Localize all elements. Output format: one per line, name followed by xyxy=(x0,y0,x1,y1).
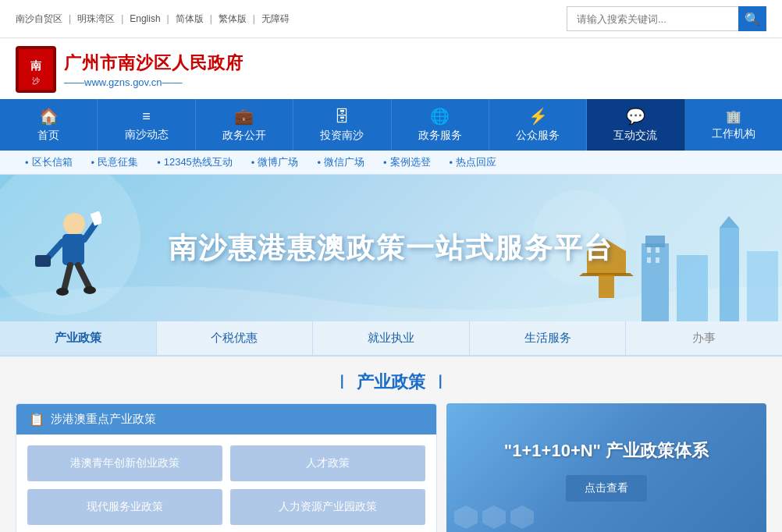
nav-item-gov-open[interactable]: 💼 政务公开 xyxy=(196,99,293,151)
banner-person xyxy=(31,204,101,321)
link-english[interactable]: English xyxy=(130,13,160,24)
nav-label-govservice: 政务服务 xyxy=(418,129,462,143)
link-simplified[interactable]: 简体版 xyxy=(176,12,204,26)
list-icon: ≡ xyxy=(142,108,151,125)
main-nav: 🏠 首页 ≡ 南沙动态 💼 政务公开 🗄 投资南沙 🌐 政务服务 ⚡ 公众服务 … xyxy=(0,99,782,151)
subnav-cases[interactable]: 案例选登 xyxy=(374,155,440,169)
subnav-opinion[interactable]: 民意征集 xyxy=(82,155,148,169)
hex-3 xyxy=(510,505,534,529)
subnav-weibo[interactable]: 微博广场 xyxy=(242,155,308,169)
policy-btn-modern-service[interactable]: 现代服务业政策 xyxy=(27,489,222,525)
nav-label-interact: 互动交流 xyxy=(613,129,657,143)
subnav-hot-response[interactable]: 热点回应 xyxy=(440,155,507,169)
search-bar: 🔍 xyxy=(567,6,766,31)
nav-label-publicservice: 公众服务 xyxy=(516,129,560,143)
logo-subtitle: ——www.gzns.gov.cn—— xyxy=(64,76,243,88)
svg-rect-22 xyxy=(747,251,778,321)
chat-icon: 💬 xyxy=(626,107,645,126)
policy-right-panel: "1+1+10+N" 产业政策体系 点击查看 xyxy=(446,403,766,532)
nav-label-invest: 投资南沙 xyxy=(320,129,364,143)
search-input[interactable] xyxy=(567,6,738,31)
nav-label-nansha: 南沙动态 xyxy=(125,128,169,142)
logo-title: 广州市南沙区人民政府 xyxy=(64,51,243,75)
section-title-text: 产业政策 xyxy=(357,371,425,394)
policy-btn-talent[interactable]: 人才政策 xyxy=(230,445,425,481)
svg-point-13 xyxy=(84,286,96,294)
search-icon: 🔍 xyxy=(745,12,760,27)
link-nansha-fta[interactable]: 南沙自贸区 xyxy=(16,12,62,26)
svg-text:南: 南 xyxy=(30,59,41,72)
nav-item-gov-service[interactable]: 🌐 政务服务 xyxy=(392,99,489,151)
subnav-wechat[interactable]: 微信广场 xyxy=(307,155,374,169)
database-icon: 🗄 xyxy=(334,108,350,126)
lightning-icon: ⚡ xyxy=(528,107,548,126)
org-icon: 🏢 xyxy=(726,109,741,124)
policy-grid: 港澳青年创新创业政策 人才政策 现代服务业政策 人力资源产业园政策 xyxy=(16,434,436,532)
svg-rect-25 xyxy=(647,257,651,263)
policy-left-panel: 📋 涉港澳重点产业政策 港澳青年创新创业政策 人才政策 现代服务业政策 人力资源… xyxy=(16,403,437,532)
header: 南 沙 广州市南沙区人民政府 ——www.gzns.gov.cn—— xyxy=(0,38,782,99)
globe-icon: 🌐 xyxy=(430,107,450,126)
hex-1 xyxy=(454,505,478,529)
briefcase-icon: 💼 xyxy=(234,107,254,126)
link-pearl-bay[interactable]: 明珠湾区 xyxy=(77,12,115,26)
home-icon: 🏠 xyxy=(39,107,59,126)
svg-line-11 xyxy=(78,265,90,289)
top-links: 南沙自贸区 | 明珠湾区 | English | 简体版 | 繁体版 | 无障碍 xyxy=(16,12,290,26)
logo-icon: 南 沙 xyxy=(16,46,56,93)
svg-line-8 xyxy=(84,224,95,239)
policy-btn-hr-park[interactable]: 人力资源产业园政策 xyxy=(230,489,425,525)
policy-left-header: 📋 涉港澳重点产业政策 xyxy=(16,404,436,434)
svg-marker-21 xyxy=(720,216,739,228)
policy-left-title: 涉港澳重点产业政策 xyxy=(51,412,156,427)
svg-point-4 xyxy=(63,213,85,235)
svg-rect-18 xyxy=(645,236,665,247)
book-icon: 📋 xyxy=(29,412,44,427)
tab-employment[interactable]: 就业执业 xyxy=(313,321,470,355)
svg-rect-23 xyxy=(647,247,651,253)
svg-point-12 xyxy=(56,288,69,296)
nav-item-home[interactable]: 🏠 首页 xyxy=(0,99,98,151)
subnav-hotline[interactable]: 12345热线互动 xyxy=(148,155,242,169)
nav-label-home: 首页 xyxy=(37,129,59,143)
banner-main-text: 南沙惠港惠澳政策一站式服务平台 xyxy=(169,229,613,268)
policy-right-cta-button[interactable]: 点击查看 xyxy=(566,475,647,502)
nav-item-interact[interactable]: 💬 互动交流 xyxy=(587,99,684,151)
banner: 南沙惠港惠澳政策一站式服务平台 xyxy=(0,175,782,321)
nav-item-invest[interactable]: 🗄 投资南沙 xyxy=(293,99,391,151)
nav-label-org: 工作机构 xyxy=(712,127,755,141)
link-traditional[interactable]: 繁体版 xyxy=(219,12,247,26)
svg-rect-16 xyxy=(599,275,614,298)
tab-industry-policy[interactable]: 产业政策 xyxy=(0,321,157,355)
link-accessible[interactable]: 无障碍 xyxy=(261,12,290,26)
tab-tax[interactable]: 个税优惠 xyxy=(157,321,314,355)
svg-rect-5 xyxy=(62,234,84,265)
search-button[interactable]: 🔍 xyxy=(738,6,766,31)
logo-area: 南 沙 广州市南沙区人民政府 ——www.gzns.gov.cn—— xyxy=(16,46,243,93)
nav-item-public-service[interactable]: ⚡ 公众服务 xyxy=(489,99,587,151)
nav-item-nansha-dynamics[interactable]: ≡ 南沙动态 xyxy=(98,99,195,151)
tab-life-service[interactable]: 生活服务 xyxy=(470,321,627,355)
sub-nav: 区长信箱 民意征集 12345热线互动 微博广场 微信广场 案例选登 热点回应 xyxy=(0,151,782,175)
category-tabs: 产业政策 个税优惠 就业执业 生活服务 办事 xyxy=(0,321,782,356)
svg-rect-26 xyxy=(656,257,659,263)
logo-text: 广州市南沙区人民政府 ——www.gzns.gov.cn—— xyxy=(64,51,243,88)
hex-2 xyxy=(482,505,506,529)
policy-btn-youth[interactable]: 港澳青年创新创业政策 xyxy=(27,445,222,481)
policy-shapes xyxy=(454,505,534,529)
nav-label-govopen: 政务公开 xyxy=(222,129,266,143)
svg-rect-7 xyxy=(35,255,51,267)
subnav-mayor-mailbox[interactable]: 区长信箱 xyxy=(16,155,82,169)
svg-rect-17 xyxy=(642,243,669,321)
policy-right-title: "1+1+10+N" 产业政策体系 xyxy=(504,439,709,463)
nav-item-org[interactable]: 🏢 工作机构 xyxy=(685,99,782,151)
svg-rect-19 xyxy=(677,255,708,321)
top-bar: 南沙自贸区 | 明珠湾区 | English | 简体版 | 繁体版 | 无障碍… xyxy=(0,0,782,38)
svg-text:沙: 沙 xyxy=(32,76,40,85)
svg-rect-20 xyxy=(720,228,739,321)
section-title: 产业政策 xyxy=(0,356,782,403)
svg-line-10 xyxy=(64,265,70,290)
svg-rect-24 xyxy=(656,247,659,253)
policy-area: 📋 涉港澳重点产业政策 港澳青年创新创业政策 人才政策 现代服务业政策 人力资源… xyxy=(0,403,782,532)
tab-more[interactable]: 办事 xyxy=(626,321,782,355)
